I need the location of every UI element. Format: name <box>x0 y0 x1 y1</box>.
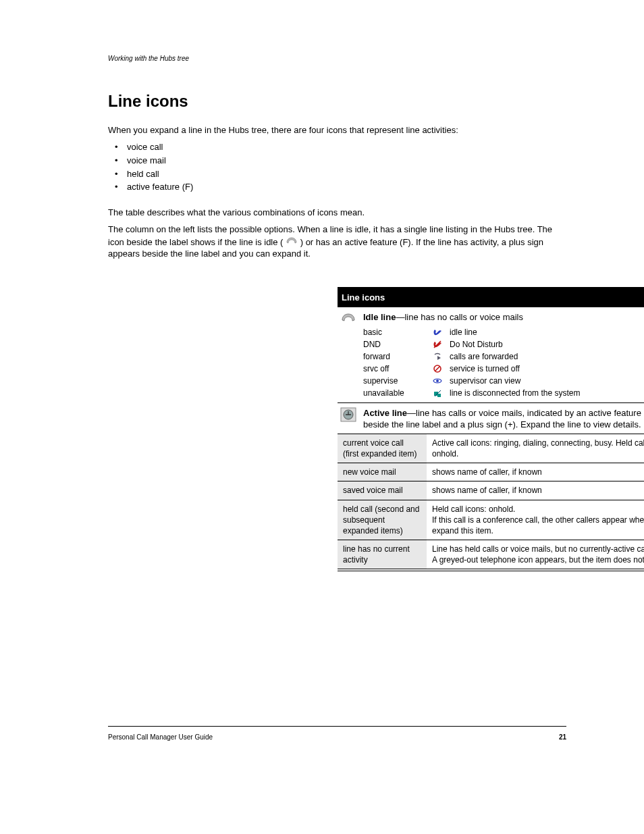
disconnect-icon <box>429 389 446 398</box>
table-title: Line icons <box>338 287 644 307</box>
list-item: held call <box>127 168 159 180</box>
section-idle-header: Idle line—line has no calls or voice mai… <box>338 307 644 326</box>
intro-text-3: The column on the left lists the possibl… <box>108 224 566 260</box>
table-row: held call (second and subsequent expande… <box>338 500 644 540</box>
footer-doc-title: Personal Call Manager User Guide <box>108 733 213 742</box>
handset-red-icon <box>429 340 446 349</box>
intro-text: When you expand a line in the Hubs tree,… <box>108 124 566 136</box>
table-row: supervise supervisor can view <box>338 375 644 387</box>
list-item: voice mail <box>127 155 166 167</box>
forward-icon <box>429 352 446 361</box>
table-row: DND Do Not Disturb <box>338 338 644 350</box>
footer-rule <box>108 726 566 727</box>
table-row: unavailable line is disconnected from th… <box>338 387 644 402</box>
eye-icon <box>429 376 446 386</box>
section-active-header: Active line—line has calls or voice mail… <box>338 403 644 434</box>
svg-point-3 <box>436 380 439 382</box>
line-icons-table: Line icons Idle line—line has no calls o… <box>338 287 644 571</box>
prohibit-icon <box>429 364 446 373</box>
list-item: voice call <box>127 141 163 153</box>
breadcrumb: Working with the Hubs tree <box>108 54 566 63</box>
table-row: new voice mail shows name of caller, if … <box>338 463 644 481</box>
page-title: Line icons <box>108 90 566 112</box>
table-row: basic idle line <box>338 326 644 338</box>
svg-line-2 <box>435 367 440 371</box>
table-row: current voice call (first expanded item)… <box>338 434 644 463</box>
intro-list: •voice call •voice mail •held call •acti… <box>108 141 566 192</box>
svg-rect-5 <box>437 394 441 397</box>
list-item: active feature (F) <box>127 181 193 193</box>
table-row: line has no current activity Line has he… <box>338 540 644 569</box>
table-row: saved voice mail shows name of caller, i… <box>338 481 644 499</box>
table-row: srvc off service is turned off <box>338 363 644 375</box>
phone-idle-icon <box>340 311 358 323</box>
phone-active-icon <box>340 407 358 422</box>
handset-blue-icon <box>429 328 446 337</box>
table-row: forward calls are forwarded <box>338 350 644 363</box>
intro-text-2: The table describes what the various com… <box>108 207 566 219</box>
phone-icon <box>286 236 298 245</box>
page-number: 21 <box>559 733 566 742</box>
